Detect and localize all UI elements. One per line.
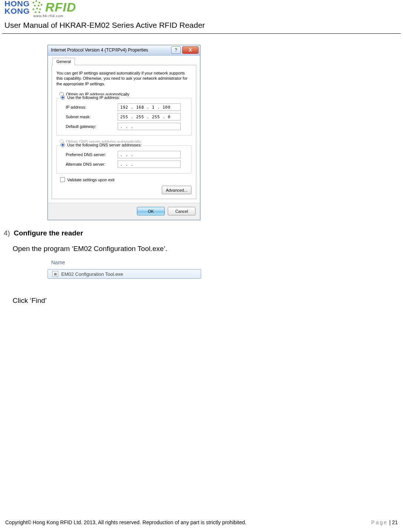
dialog-title: Internet Protocol Version 4 (TCP/IPv4) P… (51, 47, 171, 53)
checkbox-icon (60, 177, 65, 182)
rfid-logo-text: RFID (45, 0, 76, 14)
logo-header: HONG KONG RFID www.hk-rfid.com (0, 0, 403, 19)
checkbox-validate-on-exit[interactable]: Validate settings upon exit (60, 177, 191, 182)
document-title: User Manual of HKRAR-EM02 Series Active … (0, 19, 403, 33)
label-default-gateway: Default gateway: (66, 124, 118, 129)
radio-use-ip[interactable]: Use the following IP address: (60, 95, 120, 100)
page-footer: Copyright© Hong Kong RFID Ltd. 2013, All… (0, 519, 403, 525)
step-text-open-program: Open the program ‘EM02 Configuration Too… (13, 245, 403, 253)
advanced-button[interactable]: Advanced... (162, 186, 191, 194)
radio-use-dns[interactable]: Use the following DNS server addresses: (60, 143, 142, 147)
step-title: Configure the reader (14, 229, 83, 237)
label-ip-address: IP address: (66, 105, 118, 109)
input-preferred-dns[interactable]: . . . (118, 151, 181, 158)
cancel-button[interactable]: Cancel (168, 207, 196, 215)
tab-general[interactable]: General (52, 58, 75, 65)
input-subnet-mask[interactable]: 255 . 255 . 255 . 0 (118, 113, 181, 120)
step-heading: 4) Configure the reader (4, 229, 403, 237)
ip-fieldset: Use the following IP address: IP address… (56, 98, 191, 136)
label-subnet-mask: Subnet mask: (66, 115, 118, 119)
explorer-file-row[interactable]: ▦ EM02 Configuration Tool.exe (47, 269, 201, 279)
help-icon[interactable]: ? (171, 46, 181, 54)
application-icon: ▦ (52, 271, 58, 277)
dns-fieldset: Use the following DNS server addresses: … (56, 145, 191, 174)
footer-page: Page | 21 (371, 519, 398, 525)
label-preferred-dns: Preferred DNS server: (66, 152, 118, 157)
dialog-titlebar: Internet Protocol Version 4 (TCP/IPv4) P… (48, 45, 200, 56)
header-divider (2, 33, 401, 34)
explorer-filename: EM02 Configuration Tool.exe (61, 271, 123, 277)
input-ip-address[interactable]: 192 . 168 . 1 . 100 (118, 103, 181, 111)
ok-button[interactable]: OK (137, 207, 165, 215)
rfid-decoration-icon (32, 0, 43, 14)
explorer-snippet: Name ▦ EM02 Configuration Tool.exe (45, 257, 204, 290)
dialog-footer: OK Cancel (48, 203, 200, 220)
step-text-click-find: Click ‘Find’ (13, 297, 403, 305)
explorer-column-header: Name (45, 257, 204, 268)
logo-url: www.hk-rfid.com (33, 14, 399, 18)
input-alternate-dns[interactable]: . . . (118, 161, 181, 168)
footer-copyright: Copyright© Hong Kong RFID Ltd. 2013, All… (5, 519, 246, 525)
label-alternate-dns: Alternate DNS server: (66, 162, 118, 166)
step-number: 4) (4, 229, 10, 237)
hk-logo-text: HONG KONG (4, 0, 30, 15)
close-icon[interactable]: X (182, 46, 199, 54)
dialog-description: You can get IP settings assigned automat… (56, 70, 191, 87)
input-default-gateway[interactable]: . . . (118, 123, 181, 130)
tab-strip: General (52, 57, 196, 65)
ipv4-properties-dialog: Internet Protocol Version 4 (TCP/IPv4) P… (47, 45, 200, 221)
